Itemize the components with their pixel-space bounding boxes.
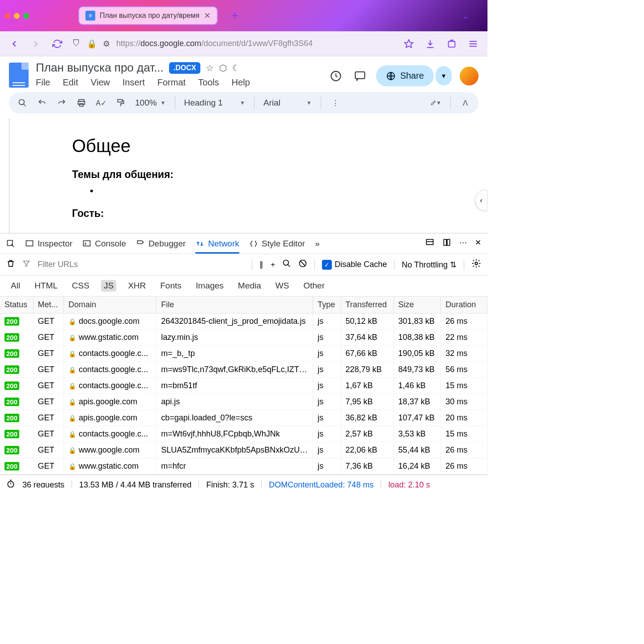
collapse-toolbar-icon[interactable]: ᐱ [460, 97, 470, 108]
search-icon[interactable] [282, 259, 291, 270]
spellcheck-icon[interactable]: A✓ [96, 97, 106, 108]
filter-js[interactable]: JS [101, 280, 116, 292]
downloads-icon[interactable] [424, 38, 436, 50]
col-domain[interactable]: Domain [64, 297, 156, 314]
side-panel-toggle[interactable]: ‹ [475, 190, 487, 211]
document-title[interactable]: План выпуска про дат... [36, 61, 164, 75]
document-canvas[interactable]: Общее Темы для общения: • Гость: ‹ [9, 118, 487, 233]
back-button[interactable] [8, 38, 21, 50]
cloud-status-icon[interactable]: ☾ [232, 63, 240, 73]
editing-mode-icon[interactable]: ▼ [431, 97, 441, 108]
redo-icon[interactable] [56, 97, 67, 108]
table-row[interactable]: 200GET🔒www.gstatic.comlazy.min.jsjs37,64… [0, 330, 487, 346]
stopwatch-icon[interactable] [6, 479, 15, 487]
clear-icon[interactable] [6, 259, 15, 270]
url-input[interactable]: ⛉ 🔒 ⚙ https://docs.google.com/document/d… [72, 39, 394, 49]
dock-mode-icon[interactable] [442, 238, 451, 249]
filter-ws[interactable]: WS [273, 280, 292, 292]
filter-other[interactable]: Other [301, 280, 327, 292]
settings-gear-icon[interactable] [471, 258, 481, 271]
doc-heading-3[interactable]: Темы для общения: [72, 169, 425, 181]
filter-html[interactable]: HTML [32, 280, 60, 292]
menu-view[interactable]: View [91, 77, 110, 88]
footer-transferred: 13,53 MB / 4,44 MB transferred [79, 480, 191, 487]
close-window-button[interactable] [4, 13, 10, 19]
more-icon[interactable]: ⋮ [330, 97, 341, 108]
kebab-menu-icon[interactable]: ⋯ [459, 238, 467, 249]
undo-icon[interactable] [37, 97, 47, 108]
col-method[interactable]: Met... [33, 297, 64, 314]
table-row[interactable]: 200GET🔒apis.google.comcb=gapi.loaded_0?l… [0, 410, 487, 426]
filter-all[interactable]: All [8, 280, 23, 292]
user-avatar[interactable] [460, 67, 479, 85]
extensions-icon[interactable] [445, 38, 458, 50]
menu-help[interactable]: Help [232, 77, 250, 88]
tab-debugger[interactable]: Debugger [136, 239, 186, 249]
docs-logo-icon[interactable] [9, 63, 29, 88]
pause-icon[interactable]: ∥ [259, 260, 263, 269]
col-status[interactable]: Status [0, 297, 33, 314]
element-picker-icon[interactable] [6, 239, 15, 248]
menu-insert[interactable]: Insert [123, 77, 145, 88]
tab-style-editor[interactable]: Style Editor [249, 239, 305, 249]
filter-fonts[interactable]: Fonts [157, 280, 184, 292]
tab-network[interactable]: Network [195, 239, 239, 254]
throttling-select[interactable]: No Throttling ⇅ [402, 260, 457, 270]
filter-xhr[interactable]: XHR [125, 280, 148, 292]
filter-images[interactable]: Images [193, 280, 226, 292]
col-transferred[interactable]: Transferred [341, 297, 394, 314]
menu-format[interactable]: Format [157, 77, 186, 88]
forward-button[interactable] [30, 38, 42, 50]
comments-icon[interactable] [352, 68, 368, 84]
move-icon[interactable]: ⬡ [219, 63, 227, 73]
paint-format-icon[interactable] [115, 97, 126, 108]
table-row[interactable]: 200GET🔒www.gstatic.comm=hfcrjs7,36 kB16,… [0, 458, 487, 475]
menu-edit[interactable]: Edit [63, 77, 78, 88]
share-dropdown-button[interactable]: ▾ [436, 66, 452, 85]
bookmark-star-icon[interactable] [402, 38, 415, 50]
maximize-window-button[interactable] [23, 13, 29, 19]
doc-heading-1[interactable]: Общее [72, 136, 425, 156]
table-row[interactable]: 200GET🔒contacts.google.c...m=bm51tfjs1,6… [0, 378, 487, 394]
print-icon[interactable] [76, 97, 87, 108]
table-row[interactable]: 200GET🔒docs.google.com2643201845-client_… [0, 314, 487, 330]
filter-media[interactable]: Media [235, 280, 264, 292]
col-size[interactable]: Size [394, 297, 441, 314]
browser-tab-active[interactable]: ≡ План выпуска про дату/время ✕ [78, 6, 218, 25]
tab-close-icon[interactable]: ✕ [204, 11, 211, 21]
share-button[interactable]: Share [376, 65, 434, 86]
tabs-list-dropdown-icon[interactable]: ⌄ [462, 10, 470, 21]
block-icon[interactable] [298, 259, 307, 270]
tab-console[interactable]: Console [82, 239, 126, 249]
add-icon[interactable]: + [271, 260, 275, 269]
table-row[interactable]: 200GET🔒contacts.google.c...m=ws9Tlc,n73q… [0, 362, 487, 378]
doc-bullet[interactable]: • [90, 185, 425, 197]
table-row[interactable]: 200GET🔒www.google.comSLUA5ZmfmycaKKbfpb5… [0, 442, 487, 458]
search-icon[interactable] [17, 97, 28, 108]
table-row[interactable]: 200GET🔒contacts.google.c...m=Wt6vjf,hhhU… [0, 426, 487, 442]
paragraph-style-select[interactable]: Heading 1▼ [184, 98, 246, 108]
history-icon[interactable] [328, 68, 344, 84]
tab-overflow-icon[interactable]: » [315, 239, 320, 249]
minimize-window-button[interactable] [14, 13, 20, 19]
table-row[interactable]: 200GET🔒contacts.google.c...m=_b,_tpjs67,… [0, 346, 487, 362]
menu-tools[interactable]: Tools [198, 77, 219, 88]
close-devtools-icon[interactable]: ✕ [475, 238, 481, 249]
tab-inspector[interactable]: Inspector [25, 239, 72, 249]
col-type[interactable]: Type [313, 297, 341, 314]
col-file[interactable]: File [157, 297, 313, 314]
col-duration[interactable]: Duration [441, 297, 487, 314]
filter-css[interactable]: CSS [69, 280, 92, 292]
responsive-mode-icon[interactable] [425, 238, 434, 249]
zoom-select[interactable]: 100%▼ [135, 98, 166, 108]
doc-heading-3[interactable]: Гость: [72, 208, 425, 220]
filter-input[interactable] [38, 260, 245, 269]
font-select[interactable]: Arial▼ [263, 98, 312, 108]
reload-button[interactable] [51, 38, 64, 50]
menu-file[interactable]: File [36, 77, 50, 88]
menu-icon[interactable] [467, 38, 479, 50]
disable-cache-checkbox[interactable]: ✓Disable Cache [322, 260, 387, 270]
star-icon[interactable]: ☆ [206, 63, 214, 73]
new-tab-button[interactable]: + [231, 8, 238, 23]
table-row[interactable]: 200GET🔒apis.google.comapi.jsjs7,95 kB18,… [0, 394, 487, 410]
